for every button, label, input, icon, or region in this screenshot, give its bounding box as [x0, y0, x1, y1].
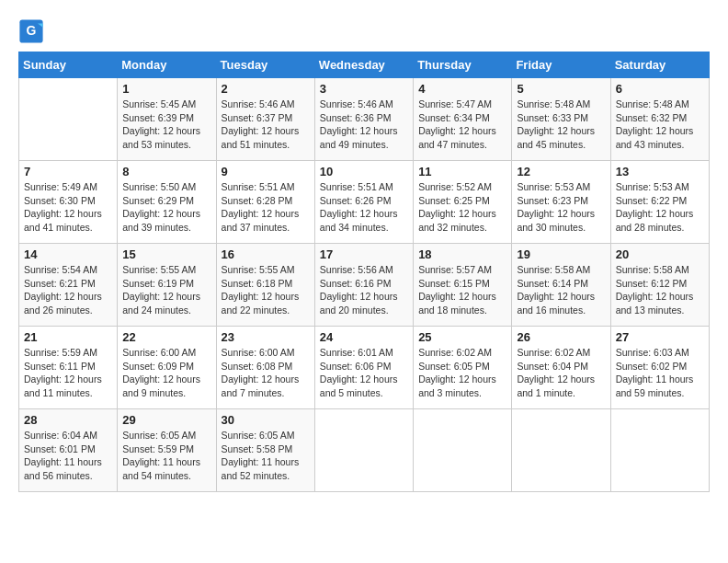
day-info: Sunrise: 5:53 AMSunset: 6:23 PMDaylight:…	[517, 180, 605, 235]
day-info: Sunrise: 5:48 AMSunset: 6:32 PMDaylight:…	[616, 98, 704, 152]
calendar-cell: 29 Sunrise: 6:05 AMSunset: 5:59 PMDaylig…	[118, 409, 216, 492]
calendar-cell: 30 Sunrise: 6:05 AMSunset: 5:58 PMDaylig…	[216, 409, 314, 492]
day-info: Sunrise: 6:02 AMSunset: 6:05 PMDaylight:…	[418, 346, 506, 400]
calendar-cell: 9 Sunrise: 5:51 AMSunset: 6:28 PMDayligh…	[216, 161, 314, 244]
logo: G	[18, 18, 48, 44]
day-info: Sunrise: 5:51 AMSunset: 6:28 PMDaylight:…	[222, 180, 310, 235]
day-number: 25	[418, 330, 506, 344]
svg-text:G: G	[27, 23, 37, 38]
calendar-week-4: 21 Sunrise: 5:59 AMSunset: 6:11 PMDaylig…	[19, 327, 710, 409]
day-number: 2	[222, 82, 310, 96]
calendar-cell: 8 Sunrise: 5:50 AMSunset: 6:29 PMDayligh…	[118, 161, 216, 244]
day-number: 26	[517, 330, 605, 344]
day-number: 5	[517, 82, 605, 96]
calendar-cell	[414, 409, 512, 492]
day-info: Sunrise: 5:55 AMSunset: 6:18 PMDaylight:…	[222, 263, 310, 317]
day-info: Sunrise: 5:51 AMSunset: 6:26 PMDaylight:…	[320, 180, 408, 235]
page-header: G	[18, 18, 710, 44]
day-number: 29	[122, 413, 210, 427]
calendar-cell: 7 Sunrise: 5:49 AMSunset: 6:30 PMDayligh…	[19, 161, 118, 244]
calendar-cell: 5 Sunrise: 5:48 AMSunset: 6:33 PMDayligh…	[512, 78, 610, 161]
day-number: 4	[418, 82, 506, 96]
day-info: Sunrise: 6:01 AMSunset: 6:06 PMDaylight:…	[320, 346, 408, 400]
calendar-week-1: 1 Sunrise: 5:45 AMSunset: 6:39 PMDayligh…	[19, 78, 710, 161]
day-info: Sunrise: 5:56 AMSunset: 6:16 PMDaylight:…	[320, 263, 408, 317]
day-number: 20	[616, 247, 704, 261]
day-info: Sunrise: 6:00 AMSunset: 6:09 PMDaylight:…	[122, 346, 210, 400]
calendar-cell	[19, 78, 118, 161]
calendar-cell: 2 Sunrise: 5:46 AMSunset: 6:37 PMDayligh…	[216, 78, 314, 161]
calendar-cell: 11 Sunrise: 5:52 AMSunset: 6:25 PMDaylig…	[414, 161, 512, 244]
calendar-cell: 17 Sunrise: 5:56 AMSunset: 6:16 PMDaylig…	[314, 244, 413, 327]
day-info: Sunrise: 5:46 AMSunset: 6:36 PMDaylight:…	[320, 98, 408, 152]
day-info: Sunrise: 5:53 AMSunset: 6:22 PMDaylight:…	[616, 180, 704, 235]
calendar-week-5: 28 Sunrise: 6:04 AMSunset: 6:01 PMDaylig…	[19, 409, 710, 492]
calendar-cell	[314, 409, 413, 492]
day-info: Sunrise: 5:55 AMSunset: 6:19 PMDaylight:…	[122, 263, 210, 317]
day-number: 28	[24, 413, 112, 427]
day-info: Sunrise: 5:58 AMSunset: 6:14 PMDaylight:…	[517, 263, 605, 317]
calendar-cell: 14 Sunrise: 5:54 AMSunset: 6:21 PMDaylig…	[19, 244, 118, 327]
calendar-cell: 27 Sunrise: 6:03 AMSunset: 6:02 PMDaylig…	[610, 327, 709, 409]
day-number: 3	[320, 82, 408, 96]
calendar-week-3: 14 Sunrise: 5:54 AMSunset: 6:21 PMDaylig…	[19, 244, 710, 327]
day-number: 23	[222, 330, 310, 344]
day-info: Sunrise: 5:48 AMSunset: 6:33 PMDaylight:…	[517, 98, 605, 152]
calendar-cell: 25 Sunrise: 6:02 AMSunset: 6:05 PMDaylig…	[414, 327, 512, 409]
day-number: 17	[320, 247, 408, 261]
day-number: 18	[418, 247, 506, 261]
day-number: 9	[222, 165, 310, 178]
weekday-header-thursday: Thursday	[414, 52, 512, 78]
day-number: 14	[24, 247, 112, 261]
day-number: 10	[320, 165, 408, 178]
day-info: Sunrise: 6:05 AMSunset: 5:59 PMDaylight:…	[122, 429, 210, 483]
calendar-cell	[512, 409, 610, 492]
day-number: 13	[616, 165, 704, 178]
day-number: 22	[122, 330, 210, 344]
calendar-cell: 6 Sunrise: 5:48 AMSunset: 6:32 PMDayligh…	[610, 78, 709, 161]
calendar-cell: 26 Sunrise: 6:02 AMSunset: 6:04 PMDaylig…	[512, 327, 610, 409]
day-number: 19	[517, 247, 605, 261]
weekday-header-sunday: Sunday	[19, 52, 118, 78]
calendar-cell: 23 Sunrise: 6:00 AMSunset: 6:08 PMDaylig…	[216, 327, 314, 409]
calendar-cell: 16 Sunrise: 5:55 AMSunset: 6:18 PMDaylig…	[216, 244, 314, 327]
day-number: 1	[122, 82, 210, 96]
weekday-header-saturday: Saturday	[610, 52, 709, 78]
day-info: Sunrise: 5:57 AMSunset: 6:15 PMDaylight:…	[418, 263, 506, 317]
day-number: 6	[616, 82, 704, 96]
day-number: 8	[122, 165, 210, 178]
logo-icon: G	[18, 18, 44, 44]
calendar-header: SundayMondayTuesdayWednesdayThursdayFrid…	[19, 52, 710, 78]
day-info: Sunrise: 6:05 AMSunset: 5:58 PMDaylight:…	[222, 429, 310, 483]
day-number: 30	[222, 413, 310, 427]
weekday-header-monday: Monday	[118, 52, 216, 78]
calendar-cell: 10 Sunrise: 5:51 AMSunset: 6:26 PMDaylig…	[314, 161, 413, 244]
weekday-header-row: SundayMondayTuesdayWednesdayThursdayFrid…	[19, 52, 710, 78]
calendar-cell: 21 Sunrise: 5:59 AMSunset: 6:11 PMDaylig…	[19, 327, 118, 409]
calendar-cell: 1 Sunrise: 5:45 AMSunset: 6:39 PMDayligh…	[118, 78, 216, 161]
weekday-header-tuesday: Tuesday	[216, 52, 314, 78]
day-info: Sunrise: 5:46 AMSunset: 6:37 PMDaylight:…	[222, 98, 310, 152]
day-info: Sunrise: 5:59 AMSunset: 6:11 PMDaylight:…	[24, 346, 112, 400]
day-number: 7	[24, 165, 112, 178]
day-number: 12	[517, 165, 605, 178]
calendar-cell: 22 Sunrise: 6:00 AMSunset: 6:09 PMDaylig…	[118, 327, 216, 409]
calendar-cell: 20 Sunrise: 5:58 AMSunset: 6:12 PMDaylig…	[610, 244, 709, 327]
day-info: Sunrise: 5:47 AMSunset: 6:34 PMDaylight:…	[418, 98, 506, 152]
day-info: Sunrise: 5:52 AMSunset: 6:25 PMDaylight:…	[418, 180, 506, 235]
calendar-cell: 28 Sunrise: 6:04 AMSunset: 6:01 PMDaylig…	[19, 409, 118, 492]
calendar-cell	[610, 409, 709, 492]
calendar-body: 1 Sunrise: 5:45 AMSunset: 6:39 PMDayligh…	[19, 78, 710, 492]
day-number: 27	[616, 330, 704, 344]
calendar-cell: 4 Sunrise: 5:47 AMSunset: 6:34 PMDayligh…	[414, 78, 512, 161]
day-info: Sunrise: 6:00 AMSunset: 6:08 PMDaylight:…	[222, 346, 310, 400]
day-info: Sunrise: 6:02 AMSunset: 6:04 PMDaylight:…	[517, 346, 605, 400]
calendar-table: SundayMondayTuesdayWednesdayThursdayFrid…	[18, 52, 710, 492]
day-info: Sunrise: 5:54 AMSunset: 6:21 PMDaylight:…	[24, 263, 112, 317]
day-number: 16	[222, 247, 310, 261]
calendar-cell: 12 Sunrise: 5:53 AMSunset: 6:23 PMDaylig…	[512, 161, 610, 244]
calendar-cell: 13 Sunrise: 5:53 AMSunset: 6:22 PMDaylig…	[610, 161, 709, 244]
day-info: Sunrise: 5:45 AMSunset: 6:39 PMDaylight:…	[122, 98, 210, 152]
day-info: Sunrise: 5:50 AMSunset: 6:29 PMDaylight:…	[122, 180, 210, 235]
day-number: 15	[122, 247, 210, 261]
